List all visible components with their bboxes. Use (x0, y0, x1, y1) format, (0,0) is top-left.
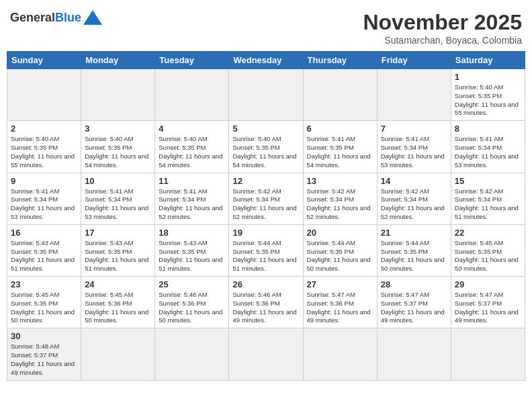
day-cell-17: 17Sunrise: 5:43 AMSunset: 5:35 PMDayligh… (81, 224, 155, 276)
empty-cell (451, 328, 525, 380)
day-number: 28 (381, 279, 447, 289)
day-number: 6 (307, 124, 373, 134)
day-info: Sunrise: 5:44 AMSunset: 5:35 PMDaylight:… (307, 239, 373, 273)
day-info: Sunrise: 5:47 AMSunset: 5:36 PMDaylight:… (307, 291, 373, 325)
day-number: 23 (11, 279, 77, 289)
day-number: 3 (85, 124, 151, 134)
day-number: 29 (455, 279, 521, 289)
day-info: Sunrise: 5:42 AMSunset: 5:34 PMDaylight:… (381, 187, 447, 222)
day-number: 12 (232, 176, 299, 186)
weekday-header-friday: Friday (377, 52, 451, 69)
day-number: 27 (307, 279, 373, 289)
day-cell-25: 25Sunrise: 5:46 AMSunset: 5:36 PMDayligh… (155, 277, 229, 328)
day-info: Sunrise: 5:41 AMSunset: 5:34 PMDaylight:… (381, 135, 447, 169)
day-info: Sunrise: 5:42 AMSunset: 5:34 PMDaylight:… (232, 187, 299, 222)
day-cell-24: 24Sunrise: 5:45 AMSunset: 5:36 PMDayligh… (81, 277, 155, 328)
day-number: 25 (159, 279, 225, 289)
day-info: Sunrise: 5:42 AMSunset: 5:34 PMDaylight:… (455, 187, 521, 222)
day-info: Sunrise: 5:43 AMSunset: 5:35 PMDaylight:… (159, 239, 225, 273)
logo-icon: GeneralBlue (10, 10, 102, 25)
month-title: November 2025 (363, 10, 522, 35)
day-number: 26 (232, 279, 299, 289)
empty-cell (81, 328, 155, 380)
weekday-header-row: SundayMondayTuesdayWednesdayThursdayFrid… (7, 52, 525, 69)
empty-cell (155, 328, 229, 380)
day-info: Sunrise: 5:41 AMSunset: 5:34 PMDaylight:… (85, 187, 151, 222)
day-info: Sunrise: 5:47 AMSunset: 5:37 PMDaylight:… (455, 291, 521, 325)
day-info: Sunrise: 5:45 AMSunset: 5:35 PMDaylight:… (11, 291, 77, 325)
day-info: Sunrise: 5:40 AMSunset: 5:35 PMDaylight:… (232, 135, 299, 169)
day-number: 9 (11, 176, 77, 186)
day-number: 24 (85, 279, 151, 289)
header: GeneralBlue November 2025 Sutamarchan, B… (7, 7, 525, 46)
day-number: 2 (11, 124, 77, 134)
weekday-header-saturday: Saturday (451, 52, 525, 69)
empty-cell (155, 69, 229, 121)
svg-marker-0 (83, 10, 102, 25)
logo-triangle-icon (83, 10, 102, 25)
weekday-header-wednesday: Wednesday (229, 52, 303, 69)
logo: GeneralBlue (10, 10, 102, 25)
day-info: Sunrise: 5:41 AMSunset: 5:34 PMDaylight:… (455, 135, 521, 169)
empty-cell (303, 69, 377, 121)
day-number: 11 (159, 176, 225, 186)
weekday-header-tuesday: Tuesday (155, 52, 229, 69)
empty-cell (303, 328, 377, 380)
day-info: Sunrise: 5:41 AMSunset: 5:34 PMDaylight:… (159, 187, 225, 222)
day-cell-13: 13Sunrise: 5:42 AMSunset: 5:34 PMDayligh… (303, 173, 377, 224)
day-cell-5: 5Sunrise: 5:40 AMSunset: 5:35 PMDaylight… (229, 121, 303, 173)
weekday-header-monday: Monday (81, 52, 155, 69)
day-cell-22: 22Sunrise: 5:45 AMSunset: 5:35 PMDayligh… (451, 224, 525, 276)
day-info: Sunrise: 5:45 AMSunset: 5:36 PMDaylight:… (85, 291, 151, 325)
day-cell-10: 10Sunrise: 5:41 AMSunset: 5:34 PMDayligh… (81, 173, 155, 224)
day-number: 22 (455, 228, 521, 238)
calendar-row-2: 2Sunrise: 5:40 AMSunset: 5:35 PMDaylight… (7, 121, 525, 173)
day-number: 17 (85, 228, 151, 238)
day-info: Sunrise: 5:40 AMSunset: 5:35 PMDaylight:… (11, 135, 77, 169)
day-cell-26: 26Sunrise: 5:46 AMSunset: 5:36 PMDayligh… (229, 277, 303, 328)
day-cell-9: 9Sunrise: 5:41 AMSunset: 5:34 PMDaylight… (7, 173, 81, 224)
weekday-header-thursday: Thursday (303, 52, 377, 69)
day-number: 30 (11, 331, 77, 341)
day-info: Sunrise: 5:40 AMSunset: 5:35 PMDaylight:… (85, 135, 151, 169)
empty-cell (229, 328, 303, 380)
day-cell-2: 2Sunrise: 5:40 AMSunset: 5:35 PMDaylight… (7, 121, 81, 173)
day-info: Sunrise: 5:45 AMSunset: 5:35 PMDaylight:… (455, 239, 521, 273)
day-info: Sunrise: 5:48 AMSunset: 5:37 PMDaylight:… (11, 342, 77, 377)
day-cell-3: 3Sunrise: 5:40 AMSunset: 5:35 PMDaylight… (81, 121, 155, 173)
day-cell-16: 16Sunrise: 5:43 AMSunset: 5:35 PMDayligh… (7, 224, 81, 276)
day-info: Sunrise: 5:41 AMSunset: 5:34 PMDaylight:… (11, 187, 77, 222)
day-cell-23: 23Sunrise: 5:45 AMSunset: 5:35 PMDayligh… (7, 277, 81, 328)
day-cell-4: 4Sunrise: 5:40 AMSunset: 5:35 PMDaylight… (155, 121, 229, 173)
title-area: November 2025 Sutamarchan, Boyaca, Colom… (363, 10, 522, 46)
day-info: Sunrise: 5:43 AMSunset: 5:35 PMDaylight:… (11, 239, 77, 273)
day-number: 5 (232, 124, 299, 134)
day-cell-11: 11Sunrise: 5:41 AMSunset: 5:34 PMDayligh… (155, 173, 229, 224)
day-number: 19 (232, 228, 299, 238)
day-info: Sunrise: 5:46 AMSunset: 5:36 PMDaylight:… (159, 291, 225, 325)
day-info: Sunrise: 5:43 AMSunset: 5:35 PMDaylight:… (85, 239, 151, 273)
day-number: 18 (159, 228, 225, 238)
day-cell-1: 1Sunrise: 5:40 AMSunset: 5:35 PMDaylight… (451, 69, 525, 121)
day-info: Sunrise: 5:41 AMSunset: 5:35 PMDaylight:… (307, 135, 373, 169)
empty-cell (7, 69, 81, 121)
logo-text: GeneralBlue (10, 11, 81, 25)
day-cell-12: 12Sunrise: 5:42 AMSunset: 5:34 PMDayligh… (229, 173, 303, 224)
empty-cell (81, 69, 155, 121)
day-cell-29: 29Sunrise: 5:47 AMSunset: 5:37 PMDayligh… (451, 277, 525, 328)
day-info: Sunrise: 5:44 AMSunset: 5:35 PMDaylight:… (232, 239, 299, 273)
day-cell-7: 7Sunrise: 5:41 AMSunset: 5:34 PMDaylight… (377, 121, 451, 173)
calendar-row-6: 30Sunrise: 5:48 AMSunset: 5:37 PMDayligh… (7, 328, 525, 380)
day-info: Sunrise: 5:44 AMSunset: 5:35 PMDaylight:… (381, 239, 447, 273)
calendar-table: SundayMondayTuesdayWednesdayThursdayFrid… (7, 51, 525, 381)
day-cell-18: 18Sunrise: 5:43 AMSunset: 5:35 PMDayligh… (155, 224, 229, 276)
calendar-row-5: 23Sunrise: 5:45 AMSunset: 5:35 PMDayligh… (7, 277, 525, 328)
day-number: 16 (11, 228, 77, 238)
day-cell-6: 6Sunrise: 5:41 AMSunset: 5:35 PMDaylight… (303, 121, 377, 173)
empty-cell (229, 69, 303, 121)
subtitle: Sutamarchan, Boyaca, Colombia (363, 35, 522, 46)
weekday-header-sunday: Sunday (7, 52, 81, 69)
day-cell-15: 15Sunrise: 5:42 AMSunset: 5:34 PMDayligh… (451, 173, 525, 224)
day-number: 15 (455, 176, 521, 186)
day-number: 20 (307, 228, 373, 238)
